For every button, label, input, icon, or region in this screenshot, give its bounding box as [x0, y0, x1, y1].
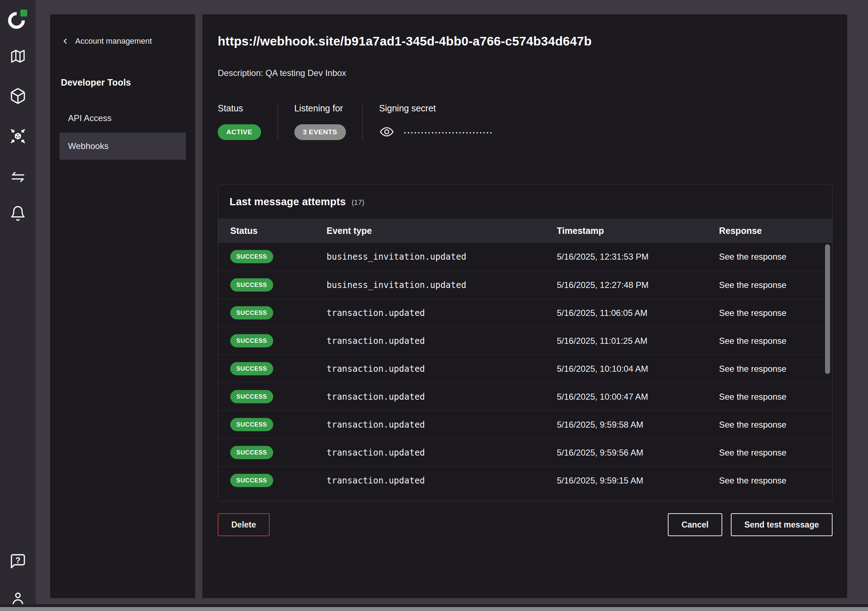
last-message-attempts-card: Last message attempts (17) Status Event … [218, 185, 832, 501]
see-response-link[interactable]: See the response [719, 308, 832, 318]
brand-logo-icon[interactable] [7, 7, 29, 31]
reveal-secret-eye-icon[interactable] [379, 124, 394, 139]
see-response-link[interactable]: See the response [719, 392, 832, 402]
see-response-link[interactable]: See the response [719, 476, 832, 485]
table-vertical-scrollbar[interactable] [825, 244, 830, 374]
main-panel: https://webhook.site/b91a7ad1-345d-4bb0-… [202, 14, 847, 598]
status-success-badge: SUCCESS [230, 334, 273, 347]
signing-secret-label: Signing secret [379, 103, 494, 113]
event-type-cell: transaction.updated [327, 308, 557, 318]
listening-label: Listening for [294, 103, 346, 113]
send-test-message-button[interactable]: Send test message [731, 513, 832, 536]
chevron-left-icon [61, 37, 70, 45]
table-row: SUCCESS transaction.updated 5/16/2025, 9… [218, 438, 832, 466]
timestamp-cell: 5/16/2025, 12:27:48 PM [557, 280, 719, 290]
events-count-badge[interactable]: 3 EVENTS [294, 124, 346, 140]
status-success-badge: SUCCESS [230, 362, 273, 375]
delete-button[interactable]: Delete [218, 513, 270, 536]
sidebar-item-webhooks[interactable]: Webhooks [59, 132, 186, 160]
timestamp-cell: 5/16/2025, 11:01:25 AM [557, 336, 719, 346]
event-type-cell: business_invitation.updated [327, 280, 557, 290]
timestamp-cell: 5/16/2025, 10:10:04 AM [557, 364, 719, 374]
page-title: https://webhook.site/b91a7ad1-345d-4bb0-… [218, 34, 592, 48]
see-response-link[interactable]: See the response [719, 280, 832, 290]
sidebar-item-api-access[interactable]: API Access [59, 105, 186, 132]
table-row: SUCCESS transaction.updated 5/16/2025, 9… [218, 411, 832, 438]
status-success-badge: SUCCESS [230, 306, 273, 319]
card-title: Last message attempts [229, 196, 346, 208]
status-badge: ACTIVE [218, 124, 261, 140]
svg-text:?: ? [16, 556, 20, 565]
masked-secret-value: ▪▪▪▪▪▪▪▪▪▪▪▪▪▪▪▪▪▪▪▪▪▪▪▪▪▪ [404, 129, 494, 135]
timestamp-cell: 5/16/2025, 11:06:05 AM [557, 308, 719, 318]
table-row: SUCCESS transaction.updated 5/16/2025, 9… [218, 466, 832, 494]
event-type-cell: transaction.updated [327, 420, 557, 430]
status-label: Status [218, 103, 261, 113]
back-label: Account management [75, 37, 152, 46]
attempts-count: (17) [352, 197, 364, 207]
table-row: SUCCESS transaction.updated 5/16/2025, 1… [218, 383, 832, 411]
condense-cube-icon[interactable] [9, 127, 27, 145]
status-success-badge: SUCCESS [230, 250, 273, 263]
table-row: SUCCESS business_invitation.updated 5/16… [218, 271, 832, 299]
listening-block: Listening for 3 EVENTS [277, 103, 363, 140]
status-success-badge: SUCCESS [230, 278, 273, 292]
webhook-meta: Status ACTIVE Listening for 3 EVENTS Sig… [218, 103, 493, 140]
timestamp-cell: 5/16/2025, 10:00:47 AM [557, 392, 719, 402]
event-type-cell: transaction.updated [327, 476, 557, 485]
see-response-link[interactable]: See the response [719, 448, 832, 458]
event-type-cell: transaction.updated [327, 364, 557, 374]
transfer-arrows-icon[interactable] [9, 168, 26, 186]
status-success-badge: SUCCESS [230, 446, 273, 459]
col-header-timestamp: Timestamp [557, 226, 719, 236]
map-icon[interactable] [10, 48, 26, 65]
timestamp-cell: 5/16/2025, 9:59:58 AM [557, 420, 719, 430]
event-type-cell: transaction.updated [327, 392, 557, 402]
cancel-button[interactable]: Cancel [668, 513, 722, 536]
col-header-response: Response [719, 226, 832, 236]
sidebar: Account management Developer Tools API A… [50, 14, 195, 598]
timestamp-cell: 5/16/2025, 9:59:15 AM [557, 476, 719, 485]
notifications-bell-icon[interactable] [10, 205, 26, 222]
footer-actions: Delete Cancel Send test message [218, 513, 832, 536]
col-header-event-type: Event type [327, 226, 557, 236]
sidebar-item-label: API Access [68, 113, 112, 123]
see-response-link[interactable]: See the response [719, 364, 832, 374]
horizontal-scrollbar-track [0, 604, 868, 611]
sidebar-section-title: Developer Tools [61, 78, 131, 88]
table-row: SUCCESS transaction.updated 5/16/2025, 1… [218, 299, 832, 327]
package-icon[interactable] [9, 87, 26, 105]
horizontal-scrollbar-thumb[interactable] [0, 607, 868, 611]
webhook-description: Description: QA testing Dev Inbox [218, 68, 346, 78]
timestamp-cell: 5/16/2025, 12:31:53 PM [557, 252, 719, 262]
status-success-badge: SUCCESS [230, 390, 273, 403]
table-row: SUCCESS transaction.updated 5/16/2025, 1… [218, 327, 832, 355]
table-body: SUCCESS business_invitation.updated 5/16… [218, 243, 832, 494]
table-row: SUCCESS transaction.updated 5/16/2025, 1… [218, 355, 832, 383]
signing-secret-block: Signing secret ▪▪▪▪▪▪▪▪▪▪▪▪▪▪▪▪▪▪▪▪▪▪▪▪▪… [363, 103, 494, 140]
timestamp-cell: 5/16/2025, 9:59:56 AM [557, 448, 719, 458]
status-success-badge: SUCCESS [230, 474, 273, 487]
see-response-link[interactable]: See the response [719, 420, 832, 430]
see-response-link[interactable]: See the response [719, 252, 832, 262]
col-header-status: Status [230, 226, 327, 236]
icon-rail: ? [0, 0, 36, 611]
status-success-badge: SUCCESS [230, 418, 273, 431]
event-type-cell: transaction.updated [327, 336, 557, 346]
sidebar-item-label: Webhooks [68, 141, 108, 151]
table-header-row: Status Event type Timestamp Response [218, 219, 832, 243]
help-bubble-icon[interactable]: ? [9, 553, 26, 570]
see-response-link[interactable]: See the response [719, 336, 832, 346]
back-to-account-management[interactable]: Account management [61, 37, 152, 46]
table-row: SUCCESS business_invitation.updated 5/16… [218, 243, 832, 271]
event-type-cell: business_invitation.updated [327, 252, 557, 262]
status-block: Status ACTIVE [218, 103, 277, 140]
event-type-cell: transaction.updated [327, 448, 557, 458]
